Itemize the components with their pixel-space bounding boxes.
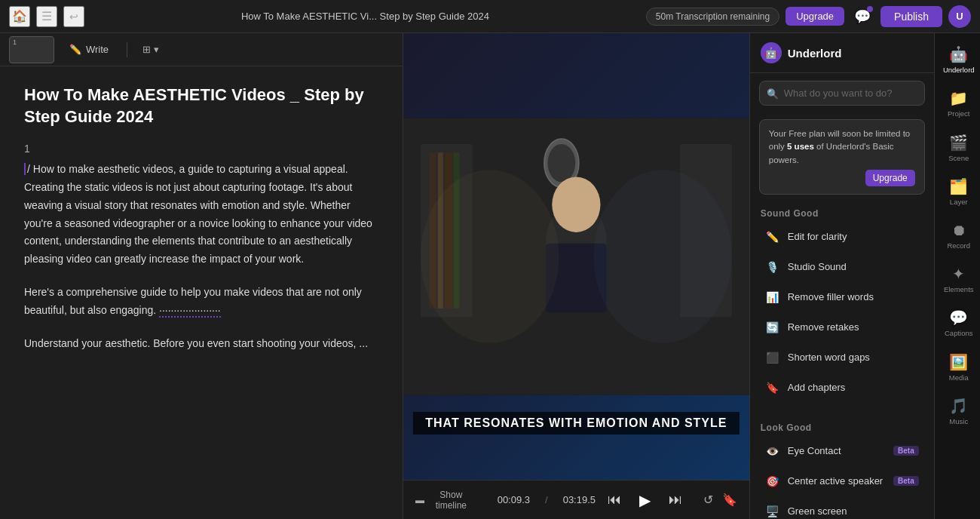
left-toolbar: 1 ✏️ Write ⊞ ▾ (0, 33, 403, 66)
remove-retakes-label: Remove retakes (788, 321, 859, 333)
music-sidebar-icon: 🎵 (949, 397, 968, 415)
video-placeholder: THAT RESONATES WITH EMOTION AND STYLE (403, 33, 749, 480)
eye-contact-icon: 👁️ (765, 444, 780, 459)
svg-point-10 (548, 144, 576, 182)
captions-sidebar-label: Captions (945, 329, 973, 337)
eye-contact-label: Eye Contact (788, 445, 841, 456)
edit-clarity-label: Edit for clarity (788, 231, 847, 242)
feature-item-add-chapters[interactable]: 🔖 Add chapters (755, 373, 929, 402)
loop-button[interactable]: ↺ (703, 493, 713, 507)
remove-filler-label: Remove filler words (788, 291, 874, 302)
scene-sidebar-label: Scene (948, 154, 969, 162)
thumbnail-strip: 1 (9, 36, 54, 63)
feature-item-remove-retakes[interactable]: 🔄 Remove retakes (755, 313, 929, 342)
current-time: 00:09.3 (498, 494, 530, 505)
underlord-header: 🤖 Underlord (750, 33, 934, 73)
layout-toggle-button[interactable]: ⊞ ▾ (136, 41, 165, 58)
underlord-search-input[interactable] (759, 81, 925, 106)
home-icon[interactable]: 🏠 (9, 6, 30, 27)
bookmark-button[interactable]: 🔖 (722, 493, 737, 507)
look-good-label: Look Good (750, 415, 934, 436)
edit-clarity-icon: ✏️ (765, 229, 780, 244)
feature-item-remove-filler-words[interactable]: 📊 Remove filler words (755, 283, 929, 312)
skip-back-button[interactable]: ⏮ (605, 488, 624, 512)
project-sidebar-icon: 📁 (949, 89, 968, 107)
elements-sidebar-label: Elements (944, 285, 974, 293)
topbar-left: 🏠 ☰ ↩ (9, 6, 84, 27)
video-container: THAT RESONATES WITH EMOTION AND STYLE (403, 33, 749, 480)
play-button[interactable]: ▶ (634, 487, 657, 514)
feature-item-shorten-word-gaps[interactable]: ⬛ Shorten word gaps (755, 343, 929, 372)
comment-badge (867, 6, 873, 12)
far-right-sidebar: 🤖 Underlord 📁 Project 🎬 Scene 🗂️ Layer ⏺… (934, 33, 980, 519)
topbar-title: How To Make AESTHETIC Vi... Step by Step… (93, 11, 637, 22)
green-screen-icon: 🖥️ (765, 504, 780, 519)
sidebar-item-elements[interactable]: ✦ Elements (938, 259, 980, 299)
sidebar-item-captions[interactable]: 💬 Captions (938, 302, 980, 343)
show-timeline-button[interactable]: ▬ Show timeline (415, 490, 473, 511)
center-speaker-badge: Beta (893, 476, 919, 486)
captions-sidebar-icon: 💬 (949, 309, 968, 327)
menu-icon[interactable]: ☰ (36, 6, 57, 27)
svg-point-15 (593, 170, 731, 342)
record-sidebar-icon: ⏺ (951, 222, 966, 239)
remove-filler-icon: 📊 (765, 290, 780, 305)
skip-forward-button[interactable]: ⏭ (665, 488, 684, 512)
feature-item-edit-for-clarity[interactable]: ✏️ Edit for clarity (755, 223, 929, 251)
publish-button[interactable]: Publish (880, 6, 942, 27)
upgrade-notice-button[interactable]: Upgrade (865, 170, 915, 186)
studio-sound-label: Studio Sound (788, 261, 847, 272)
topbar-right: 50m Transcription remaining Upgrade 💬 Pu… (646, 5, 971, 29)
underlord-sidebar-label: Underlord (943, 66, 975, 74)
video-overlay-text: THAT RESONATES WITH EMOTION AND STYLE (413, 412, 739, 435)
sidebar-item-scene[interactable]: 🎬 Scene (938, 127, 980, 168)
feature-item-center-active-speaker[interactable]: 🎯 Center active speaker Beta (755, 467, 929, 496)
underlord-sidebar-icon: 🤖 (949, 45, 968, 63)
upgrade-notice: Your Free plan will soon be limited to o… (759, 119, 925, 195)
underlord-panel: 🤖 Underlord 🔍 Your Free plan will soon b… (749, 33, 934, 519)
transcription-badge: 50m Transcription remaining (646, 8, 779, 26)
svg-point-12 (552, 177, 600, 232)
upgrade-button[interactable]: Upgrade (786, 7, 844, 26)
layer-sidebar-icon: 🗂️ (949, 177, 968, 195)
notice-text: Your Free plan will soon be limited to o… (769, 129, 911, 164)
thumbnail-item-1[interactable]: 1 (9, 36, 54, 63)
avatar: U (948, 5, 971, 28)
sidebar-item-media[interactable]: 🖼️ Media (938, 347, 980, 388)
script-title: How To Make AESTHETIC Videos _ Step by S… (24, 84, 378, 127)
underlord-title: Underlord (788, 47, 842, 60)
sidebar-item-layer[interactable]: 🗂️ Layer (938, 171, 980, 212)
search-icon: 🔍 (767, 88, 779, 99)
video-panel: THAT RESONATES WITH EMOTION AND STYLE ▬ … (403, 33, 749, 519)
scene-sidebar-icon: 🎬 (949, 134, 968, 152)
center-speaker-icon: 🎯 (765, 474, 780, 489)
music-sidebar-label: Music (949, 417, 968, 425)
video-controls: ▬ Show timeline 00:09.3 / 03:19.5 ⏮ ▶ ⏭ … (403, 480, 749, 519)
write-button[interactable]: ✏️ Write (60, 40, 118, 59)
green-screen-label: Green screen (788, 505, 847, 517)
studio-sound-icon: 🎙️ (765, 260, 780, 275)
script-paragraph-3: Understand your aesthetic. Before you ev… (24, 335, 378, 353)
feature-item-studio-sound[interactable]: 🎙️ Studio Sound (755, 253, 929, 281)
undo-icon[interactable]: ↩ (63, 6, 84, 27)
total-time: 03:19.5 (563, 494, 596, 505)
script-paragraph-2: Here's a comprehensive guide to help you… (24, 284, 378, 320)
underlord-icon: 🤖 (761, 42, 782, 63)
thumb-number-1: 1 (13, 38, 17, 46)
add-chapters-label: Add chapters (788, 382, 846, 393)
timeline-label: Show timeline (429, 490, 473, 511)
sidebar-item-project[interactable]: 📁 Project (938, 83, 980, 124)
record-sidebar-label: Record (947, 241, 970, 250)
feature-item-eye-contact[interactable]: 👁️ Eye Contact Beta (755, 437, 929, 465)
sidebar-item-record[interactable]: ⏺ Record (938, 216, 980, 256)
topbar: 🏠 ☰ ↩ How To Make AESTHETIC Vi... Step b… (0, 0, 980, 33)
center-speaker-label: Center active speaker (788, 475, 883, 487)
feature-item-green-screen[interactable]: 🖥️ Green screen (755, 497, 929, 519)
pencil-icon: ✏️ (69, 44, 81, 55)
comment-icon[interactable]: 💬 (850, 5, 874, 29)
timeline-icon: ▬ (415, 495, 424, 505)
shorten-gaps-label: Shorten word gaps (788, 352, 870, 363)
remove-retakes-icon: 🔄 (765, 320, 780, 335)
sidebar-item-music[interactable]: 🎵 Music (938, 391, 980, 431)
sidebar-item-underlord[interactable]: 🤖 Underlord (938, 39, 980, 80)
